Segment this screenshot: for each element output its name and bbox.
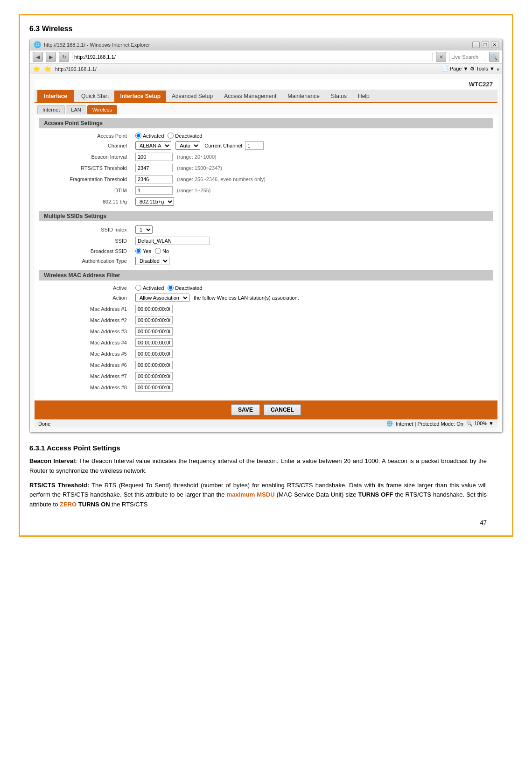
auth-value: Disabled [133,255,493,267]
radio-deactivated-input[interactable] [168,133,174,139]
tab-access-management[interactable]: Access Management [218,91,282,102]
tab-interface-setup[interactable]: Interface Setup [114,91,166,102]
action-select[interactable]: Allow Association [135,294,189,302]
mac6-input[interactable] [135,361,173,369]
address-input[interactable] [72,53,433,61]
frag-hint: (range: 256~2346, even numbers only) [177,176,266,182]
live-search-input[interactable] [449,53,486,61]
radio-deactivated[interactable]: Deactivated [168,133,202,139]
table-row: 802.11 b/g : 802.11b+g [39,196,493,207]
dtim-label: DTIM : [39,185,133,196]
table-row: Broadcast SSID : Yes No [39,246,493,255]
table-row: Mac Address #1 : [39,303,493,315]
mac-filter-header: Wireless MAC Address Filter [39,270,493,281]
toolbar-page-btn[interactable]: 📄 Page ▼ [442,66,469,72]
broadcast-no-input[interactable] [155,248,161,254]
mac1-input[interactable] [135,305,173,313]
restore-button[interactable]: ❐ [482,42,489,48]
refresh-button[interactable]: ↻ [59,52,69,62]
rts-highlight2: ZERO [60,501,77,508]
radio-activated-input[interactable] [135,133,141,139]
main-nav: Interface Quick Start Interface Setup Ad… [35,90,497,103]
minimize-button[interactable]: — [472,42,480,48]
stop-button[interactable]: ✕ [436,52,446,62]
sub-tab-internet[interactable]: Internet [37,105,65,114]
radio-activated[interactable]: Activated [135,133,164,139]
ssid-input[interactable] [135,237,210,245]
channel-label: Channel : [39,140,133,151]
rts-input[interactable] [135,164,173,172]
cancel-button[interactable]: CANCEL [264,404,301,415]
mac3-input[interactable] [135,327,173,336]
broadcast-yes[interactable]: Yes [135,248,151,254]
rts-hint: (range: 1500~2347) [177,165,222,171]
tab-help[interactable]: Help [352,91,375,102]
tab-quick-start[interactable]: Quick Start [76,91,114,102]
auto-select[interactable]: Auto [175,141,200,150]
auth-select[interactable]: Disabled [135,257,169,265]
action-bar: SAVE CANCEL [35,400,497,419]
channel-select[interactable]: ALBANIA [135,141,171,150]
mac2-value [133,315,493,326]
mac5-value [133,348,493,359]
broadcast-value: Yes No [133,246,493,255]
beacon-input[interactable] [135,153,173,161]
table-row: Mac Address #6 : [39,359,493,371]
search-icon[interactable]: 🔍 [489,52,499,62]
table-row: SSID : [39,235,493,246]
sub-tab-lan[interactable]: LAN [66,105,86,114]
mac2-input[interactable] [135,316,173,324]
mac4-value [133,337,493,348]
channel-value: ALBANIA Auto Current Channel: [133,140,493,151]
tab-status[interactable]: Status [325,91,352,102]
status-left: Done [38,421,50,427]
frag-input[interactable] [135,175,173,183]
active-deactivated-input[interactable] [168,285,174,291]
mac1-label: Mac Address #1 : [39,303,133,315]
mode-select[interactable]: 802.11b+g [135,197,174,206]
table-row: Authentication Type : Disabled [39,255,493,267]
sub-tab-wireless[interactable]: Wireless [87,105,117,114]
mac7-input[interactable] [135,372,173,380]
broadcast-label: Broadcast SSID : [39,246,133,255]
body-text: 6.3.1 Access Point Settings Beacon Inter… [29,444,487,526]
active-activated[interactable]: Activated [135,285,164,291]
save-button[interactable]: SAVE [231,404,260,415]
close-button[interactable]: ✕ [491,42,498,48]
paragraph-rts: RTS/CTS Threshold: The RTS (Request To S… [29,481,487,510]
active-label: Active : [39,283,133,292]
beacon-value: (range: 20~1000) [133,151,493,162]
settings-area: Access Point Settings Access Point : Act… [35,114,497,400]
dtim-input[interactable] [135,186,173,195]
browser-titlebar: 🌐 http://192.168.1.1/ - Windows Internet… [30,39,502,50]
mac4-input[interactable] [135,338,173,347]
status-right-text: Internet | Protected Mode: On [396,421,463,427]
internet-icon: 🌐 [386,421,393,427]
broadcast-no[interactable]: No [155,248,169,254]
browser-title: http://192.168.1.1/ - Windows Internet E… [44,42,150,48]
rts-value: (range: 1500~2347) [133,162,493,174]
active-deactivated[interactable]: Deactivated [168,285,202,291]
active-activated-input[interactable] [135,285,141,291]
ssid-label: SSID : [39,235,133,246]
ssid-index-select[interactable]: 1 [135,225,153,234]
status-bar: Done 🌐 Internet | Protected Mode: On 🔍 1… [35,419,497,428]
tab-advanced-setup[interactable]: Advanced Setup [166,91,218,102]
beacon-label: Beacon Interval : [39,151,133,162]
rts-highlight1: maximum MSDU [227,491,275,498]
table-row: Channel : ALBANIA Auto Current Channel: [39,140,493,151]
current-channel-input[interactable] [245,141,264,150]
tab-maintenance[interactable]: Maintenance [282,91,325,102]
mac8-input[interactable] [135,383,173,392]
toolbar-more-btn[interactable]: » [497,66,499,72]
zoom-level: 🔍 100% ▼ [466,421,494,427]
back-button[interactable]: ◀ [33,52,43,62]
body-section-heading: 6.3.1 Access Point Settings [29,444,487,452]
mac5-input[interactable] [135,350,173,358]
mode-label: 802.11 b/g : [39,196,133,207]
forward-button[interactable]: ▶ [46,52,56,62]
toolbar-tools-btn[interactable]: ⚙ Tools ▼ [470,66,494,72]
broadcast-yes-input[interactable] [135,248,141,254]
table-row: Action : Allow Association the follow Wi… [39,292,493,303]
section-title: 6.3 Wireless [29,25,503,33]
